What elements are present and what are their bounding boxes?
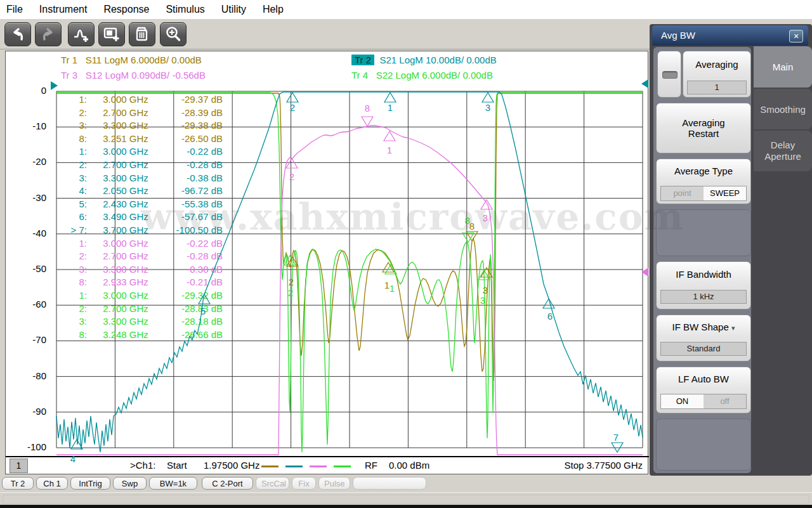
trace3-header[interactable]: Tr 3 S12 LogM 0.090dB/ -0.56dB [61, 70, 206, 81]
plot-area: Tr 1 S11 LogM 6.000dB/ 0.00dB Tr 3 S12 L… [5, 51, 648, 474]
zoom-button[interactable] [160, 22, 187, 46]
undo-button[interactable] [4, 22, 31, 46]
y-tick: -70 [6, 334, 46, 345]
marker-row: 1:3.000 GHz-29.37 dB [55, 93, 225, 106]
trace3-detail: S12 LogM 0.090dB/ -0.56dB [86, 70, 206, 81]
channel-number-button[interactable]: 1 [10, 459, 28, 473]
marker-row: 3:3.300 GHz-28.18 dB [55, 315, 225, 328]
trace1-legend-dash [261, 466, 278, 467]
lf-auto-bw-label: LF Auto BW [657, 374, 750, 384]
menu-instrument[interactable]: Instrument [39, 4, 88, 15]
marker-row: 2:2.700 GHz-28.39 dB [55, 107, 225, 119]
bottom-edge [0, 505, 812, 508]
menu-response[interactable]: Response [103, 4, 149, 15]
marker-row: 2:2.700 GHz-0.28 dB [55, 159, 225, 171]
menu-help[interactable]: Help [263, 4, 284, 15]
averaging-restart-label: Averaging Restart [675, 117, 732, 139]
chevron-down-icon: ▾ [731, 324, 735, 332]
tab-delay-aperture[interactable]: Delay Aperture [754, 131, 812, 171]
if-bandwidth-button[interactable]: IF Bandwidth 1 kHz [656, 261, 751, 309]
marker-row: 2:2.700 GHz-28.83 dB [55, 303, 225, 315]
y-tick: -60 [6, 299, 46, 309]
lf-auto-bw-on[interactable]: ON [661, 394, 704, 408]
status-cal-2port[interactable]: C 2-Port [202, 477, 253, 490]
averaging-value[interactable]: 1 [687, 81, 747, 94]
tab-smoothing[interactable]: Smoothing [754, 89, 812, 129]
menu-utility[interactable]: Utility [221, 4, 246, 15]
trace3-label: Tr 3 [61, 70, 77, 81]
average-type-point[interactable]: point [661, 186, 704, 200]
stop-value[interactable]: Stop 3.77500 GHz [565, 460, 643, 471]
start-value[interactable]: 1.97500 GHz [204, 460, 259, 471]
marker-row: 3:3.300 GHz-29.38 dB [55, 119, 225, 132]
y-tick: -30 [6, 192, 46, 203]
toggle-indicator-icon [662, 71, 678, 79]
y-tick: -90 [6, 406, 46, 417]
lf-auto-bw-segment[interactable]: ON off [660, 394, 747, 409]
menu-file[interactable]: File [6, 4, 23, 15]
marker-row: 1:3.000 GHz-29.32 dB [55, 289, 225, 302]
avg-bw-panel: Avg BW ✕ Averaging 1 Averaging Restart A… [650, 24, 812, 476]
trace1-detail: S11 LogM 6.000dB/ 0.00dB [86, 55, 202, 65]
status-pulse[interactable]: Pulse [318, 477, 350, 490]
delete-button[interactable] [129, 22, 155, 46]
lf-auto-bw-button[interactable]: LF Auto BW ON off [656, 367, 751, 414]
y-tick: -100 [6, 441, 46, 452]
start-label[interactable]: Start [167, 460, 187, 471]
y-tick: -80 [6, 370, 46, 381]
trace4-header[interactable]: Tr 4 S22 LogM 6.000dB/ 0.00dB [351, 70, 493, 81]
marker-row: 8:3.248 GHz-26.66 dB [55, 329, 225, 341]
trace2-detail: S21 LogM 10.00dB/ 0.00dB [379, 55, 496, 65]
panel-title-bar[interactable]: Avg BW ✕ [652, 25, 808, 46]
average-type-label: Average Type [657, 166, 750, 176]
menu-bar: File Instrument Response Stimulus Utilit… [0, 0, 812, 19]
marker-row: 8:3.251 GHz-26.50 dB [55, 133, 225, 145]
if-bw-shape-button[interactable]: IF BW Shape ▾ Standard [656, 315, 751, 361]
status-srccal[interactable]: SrcCal [256, 477, 289, 490]
marker-row: 8:2.933 GHz-0.21 dB [55, 276, 225, 289]
trace3-legend-dash [310, 466, 327, 467]
average-type-button[interactable]: Average Type point SWEEP [656, 159, 751, 204]
trace2-label: Tr 2 [351, 55, 374, 65]
averaging-toggle-button[interactable] [657, 51, 681, 98]
status-tr2[interactable]: Tr 2 [2, 477, 34, 490]
redo-button[interactable] [35, 22, 62, 46]
status-swp[interactable]: Swp [113, 477, 147, 490]
status-fix[interactable]: Fix [292, 477, 316, 490]
rf-value[interactable]: 0.00 dBm [389, 460, 429, 471]
marker-row: 3:3.300 GHz-0.38 dB [55, 172, 225, 185]
marker-row: 4:2.050 GHz-96.72 dB [55, 185, 225, 197]
channel-label: >Ch1: [130, 460, 155, 471]
channel-status-row: 1 >Ch1: Start 1.97500 GHz RF 0.00 dBm St… [6, 458, 648, 474]
if-bw-shape-value[interactable]: Standard [660, 342, 747, 356]
rf-label: RF [365, 460, 377, 471]
trace1-header[interactable]: Tr 1 S11 LogM 6.000dB/ 0.00dB [61, 55, 202, 65]
add-channel-button[interactable] [98, 22, 125, 46]
marker-row: 1:3.000 GHz-0.22 dB [55, 145, 225, 158]
tab-main[interactable]: Main [754, 46, 812, 88]
if-bandwidth-value[interactable]: 1 kHz [660, 290, 747, 304]
y-tick: -20 [6, 156, 46, 167]
bottom-strip [0, 492, 812, 505]
status-bar: Tr 2 Ch 1 IntTrig Swp BW=1k C 2-Port Src… [0, 476, 812, 492]
trace2-header[interactable]: Tr 2 S21 LogM 10.00dB/ 0.00dB [351, 55, 497, 65]
marker-row: 2:2.700 GHz-0.28 dB [55, 250, 225, 263]
status-bw[interactable]: BW=1k [149, 477, 197, 490]
trace4-label: Tr 4 [351, 70, 368, 81]
if-bw-shape-label: IF BW Shape [672, 322, 729, 332]
status-inttrig[interactable]: IntTrig [70, 477, 110, 490]
averaging-restart-button[interactable]: Averaging Restart [656, 103, 751, 153]
disabled-slot [656, 209, 751, 256]
menu-stimulus[interactable]: Stimulus [166, 4, 204, 15]
averaging-button[interactable]: Averaging 1 [683, 51, 751, 98]
status-ch1[interactable]: Ch 1 [36, 477, 68, 490]
panel-title: Avg BW [661, 30, 695, 41]
average-type-segment[interactable]: point SWEEP [660, 186, 747, 201]
close-icon[interactable]: ✕ [789, 30, 803, 42]
average-type-sweep[interactable]: SWEEP [704, 186, 746, 200]
add-trace-button[interactable] [68, 22, 95, 46]
trace1-label: Tr 1 [61, 55, 77, 65]
disabled-slot [656, 419, 751, 471]
marker-row: 5:2.430 GHz-55.38 dB [55, 198, 225, 211]
lf-auto-bw-off[interactable]: off [704, 394, 746, 408]
